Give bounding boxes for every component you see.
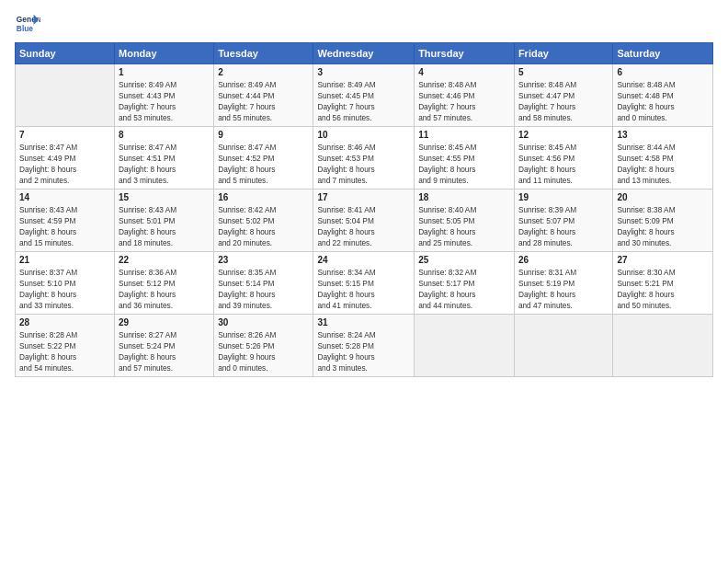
calendar-cell: 27Sunrise: 8:30 AMSunset: 5:21 PMDayligh… (613, 252, 713, 315)
calendar-cell: 17Sunrise: 8:41 AMSunset: 5:04 PMDayligh… (313, 190, 415, 252)
day-number: 12 (518, 130, 609, 140)
calendar-cell: 11Sunrise: 8:45 AMSunset: 4:55 PMDayligh… (415, 127, 515, 190)
logo-icon: General Blue (15, 11, 40, 37)
calendar-cell: 24Sunrise: 8:34 AMSunset: 5:15 PMDayligh… (313, 252, 415, 315)
cell-content: Sunrise: 8:32 AMSunset: 5:17 PMDaylight:… (418, 267, 510, 311)
cell-content: Sunrise: 8:49 AMSunset: 4:43 PMDaylight:… (119, 79, 210, 123)
calendar-cell: 29Sunrise: 8:27 AMSunset: 5:24 PMDayligh… (115, 315, 214, 377)
calendar-cell: 9Sunrise: 8:47 AMSunset: 4:52 PMDaylight… (214, 127, 313, 190)
calendar-cell: 7Sunrise: 8:47 AMSunset: 4:49 PMDaylight… (16, 127, 115, 190)
calendar-table: SundayMondayTuesdayWednesdayThursdayFrid… (15, 42, 713, 377)
week-row-1: 1Sunrise: 8:49 AMSunset: 4:43 PMDaylight… (16, 64, 713, 127)
day-number: 13 (617, 130, 709, 140)
day-number: 16 (218, 192, 309, 202)
day-number: 31 (317, 317, 410, 327)
day-number: 18 (418, 192, 510, 202)
day-number: 3 (317, 67, 410, 77)
day-number: 27 (617, 255, 709, 265)
cell-content: Sunrise: 8:49 AMSunset: 4:45 PMDaylight:… (317, 79, 410, 123)
cell-content: Sunrise: 8:42 AMSunset: 5:02 PMDaylight:… (218, 204, 309, 248)
calendar-cell: 31Sunrise: 8:24 AMSunset: 5:28 PMDayligh… (313, 315, 415, 377)
cell-content: Sunrise: 8:39 AMSunset: 5:07 PMDaylight:… (518, 204, 609, 248)
cell-content: Sunrise: 8:35 AMSunset: 5:14 PMDaylight:… (218, 267, 309, 311)
day-header-wednesday: Wednesday (313, 43, 415, 64)
day-number: 29 (119, 317, 210, 327)
day-number: 7 (19, 130, 110, 140)
calendar-cell: 15Sunrise: 8:43 AMSunset: 5:01 PMDayligh… (115, 190, 214, 252)
day-number: 8 (119, 130, 210, 140)
logo: General Blue (15, 11, 40, 37)
calendar-cell: 14Sunrise: 8:43 AMSunset: 4:59 PMDayligh… (16, 190, 115, 252)
cell-content: Sunrise: 8:31 AMSunset: 5:19 PMDaylight:… (518, 267, 609, 311)
cell-content: Sunrise: 8:37 AMSunset: 5:10 PMDaylight:… (19, 267, 110, 311)
cell-content: Sunrise: 8:43 AMSunset: 5:01 PMDaylight:… (119, 204, 210, 248)
day-number: 15 (119, 192, 210, 202)
cell-content: Sunrise: 8:26 AMSunset: 5:26 PMDaylight:… (218, 329, 309, 373)
cell-content: Sunrise: 8:48 AMSunset: 4:48 PMDaylight:… (617, 79, 709, 123)
week-row-3: 14Sunrise: 8:43 AMSunset: 4:59 PMDayligh… (16, 190, 713, 252)
day-header-thursday: Thursday (415, 43, 515, 64)
cell-content: Sunrise: 8:30 AMSunset: 5:21 PMDaylight:… (617, 267, 709, 311)
calendar-cell: 26Sunrise: 8:31 AMSunset: 5:19 PMDayligh… (514, 252, 612, 315)
day-header-saturday: Saturday (613, 43, 713, 64)
day-number: 24 (317, 255, 410, 265)
calendar-cell: 22Sunrise: 8:36 AMSunset: 5:12 PMDayligh… (115, 252, 214, 315)
day-number: 20 (617, 192, 709, 202)
day-number: 2 (218, 67, 309, 77)
day-number: 9 (218, 130, 309, 140)
cell-content: Sunrise: 8:36 AMSunset: 5:12 PMDaylight:… (119, 267, 210, 311)
calendar-cell: 28Sunrise: 8:28 AMSunset: 5:22 PMDayligh… (16, 315, 115, 377)
day-number: 30 (218, 317, 309, 327)
cell-content: Sunrise: 8:24 AMSunset: 5:28 PMDaylight:… (317, 329, 410, 373)
calendar-cell: 10Sunrise: 8:46 AMSunset: 4:53 PMDayligh… (313, 127, 415, 190)
calendar-cell: 8Sunrise: 8:47 AMSunset: 4:51 PMDaylight… (115, 127, 214, 190)
day-number: 10 (317, 130, 410, 140)
header: General Blue (15, 11, 713, 37)
day-number: 5 (518, 67, 609, 77)
cell-content: Sunrise: 8:47 AMSunset: 4:52 PMDaylight:… (218, 142, 309, 186)
cell-content: Sunrise: 8:38 AMSunset: 5:09 PMDaylight:… (617, 204, 709, 248)
cell-content: Sunrise: 8:43 AMSunset: 4:59 PMDaylight:… (19, 204, 110, 248)
calendar-cell: 2Sunrise: 8:49 AMSunset: 4:44 PMDaylight… (214, 64, 313, 127)
cell-content: Sunrise: 8:45 AMSunset: 4:55 PMDaylight:… (418, 142, 510, 186)
calendar-cell: 18Sunrise: 8:40 AMSunset: 5:05 PMDayligh… (415, 190, 515, 252)
day-number: 6 (617, 67, 709, 77)
cell-content: Sunrise: 8:34 AMSunset: 5:15 PMDaylight:… (317, 267, 410, 311)
day-number: 26 (518, 255, 609, 265)
cell-content: Sunrise: 8:27 AMSunset: 5:24 PMDaylight:… (119, 329, 210, 373)
day-number: 23 (218, 255, 309, 265)
calendar-cell: 21Sunrise: 8:37 AMSunset: 5:10 PMDayligh… (16, 252, 115, 315)
page: General Blue SundayMondayTuesdayWednesda… (0, 0, 728, 385)
cell-content: Sunrise: 8:44 AMSunset: 4:58 PMDaylight:… (617, 142, 709, 186)
day-number: 21 (19, 255, 110, 265)
cell-content: Sunrise: 8:47 AMSunset: 4:51 PMDaylight:… (119, 142, 210, 186)
calendar-cell: 23Sunrise: 8:35 AMSunset: 5:14 PMDayligh… (214, 252, 313, 315)
cell-content: Sunrise: 8:45 AMSunset: 4:56 PMDaylight:… (518, 142, 609, 186)
calendar-cell: 1Sunrise: 8:49 AMSunset: 4:43 PMDaylight… (115, 64, 214, 127)
calendar-cell: 30Sunrise: 8:26 AMSunset: 5:26 PMDayligh… (214, 315, 313, 377)
calendar-cell (613, 315, 713, 377)
day-number: 25 (418, 255, 510, 265)
cell-content: Sunrise: 8:49 AMSunset: 4:44 PMDaylight:… (218, 79, 309, 123)
day-header-tuesday: Tuesday (214, 43, 313, 64)
cell-content: Sunrise: 8:46 AMSunset: 4:53 PMDaylight:… (317, 142, 410, 186)
day-header-monday: Monday (115, 43, 214, 64)
day-number: 4 (418, 67, 510, 77)
svg-text:Blue: Blue (17, 24, 33, 33)
day-number: 11 (418, 130, 510, 140)
day-header-friday: Friday (514, 43, 612, 64)
cell-content: Sunrise: 8:41 AMSunset: 5:04 PMDaylight:… (317, 204, 410, 248)
cell-content: Sunrise: 8:48 AMSunset: 4:47 PMDaylight:… (518, 79, 609, 123)
calendar-header-row: SundayMondayTuesdayWednesdayThursdayFrid… (16, 43, 713, 64)
calendar-cell (514, 315, 612, 377)
day-number: 14 (19, 192, 110, 202)
calendar-cell: 4Sunrise: 8:48 AMSunset: 4:46 PMDaylight… (415, 64, 515, 127)
cell-content: Sunrise: 8:40 AMSunset: 5:05 PMDaylight:… (418, 204, 510, 248)
day-number: 17 (317, 192, 410, 202)
week-row-2: 7Sunrise: 8:47 AMSunset: 4:49 PMDaylight… (16, 127, 713, 190)
calendar-cell: 25Sunrise: 8:32 AMSunset: 5:17 PMDayligh… (415, 252, 515, 315)
week-row-4: 21Sunrise: 8:37 AMSunset: 5:10 PMDayligh… (16, 252, 713, 315)
calendar-cell: 6Sunrise: 8:48 AMSunset: 4:48 PMDaylight… (613, 64, 713, 127)
cell-content: Sunrise: 8:48 AMSunset: 4:46 PMDaylight:… (418, 79, 510, 123)
day-number: 28 (19, 317, 110, 327)
